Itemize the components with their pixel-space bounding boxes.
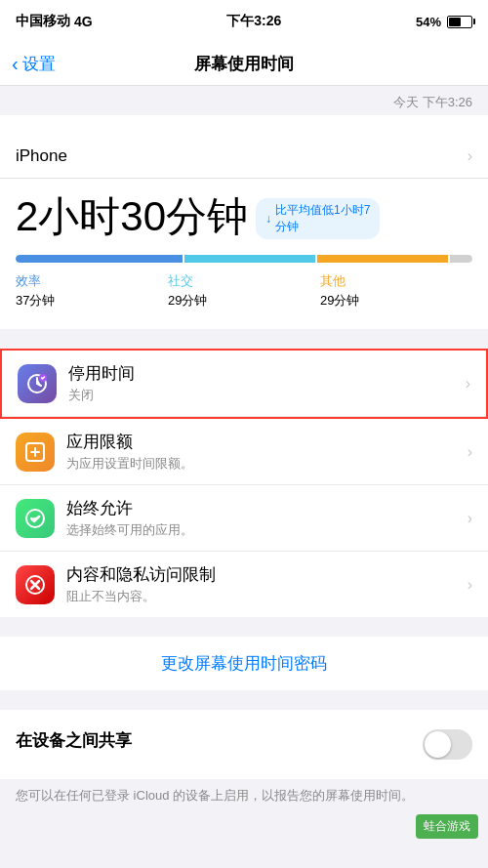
navigation-bar: ‹ 设置 屏幕使用时间 [0, 43, 488, 86]
content-chevron-icon: › [468, 576, 472, 594]
list-item-content[interactable]: 内容和隐私访问限制 阻止不当内容。 › [0, 552, 488, 617]
back-button[interactable]: ‹ 设置 [12, 53, 56, 75]
content-text: 内容和隐私访问限制 阻止不当内容。 [66, 563, 460, 605]
stats-section: 2小时30分钟 ↓ 比平均值低1小时7分钟 效率 37分钟 社交 29分钟 [0, 179, 488, 329]
category-efficiency-label: 效率 [16, 272, 168, 290]
iphone-chevron-icon: › [468, 147, 472, 165]
share-title: 在设备之间共享 [16, 729, 132, 752]
applimit-chevron-icon: › [468, 443, 472, 461]
battery-percent: 54% [416, 15, 441, 29]
downtime-subtitle: 关闭 [68, 387, 458, 404]
status-right: 54% [416, 15, 472, 29]
share-section-container: 在设备之间共享 您可以在任何已登录 iCloud 的设备上启用，以报告您的屏幕使… [0, 710, 488, 812]
category-social-label: 社交 [168, 272, 320, 290]
comparison-icon: ↓ [265, 212, 271, 226]
stats-breakdown: 效率 37分钟 社交 29分钟 其他 29分钟 [16, 272, 472, 310]
downtime-icon [18, 364, 57, 403]
downtime-chevron-icon: › [466, 375, 470, 393]
applimit-title: 应用限额 [66, 431, 460, 453]
content-title: 内容和隐私访问限制 [66, 563, 460, 586]
stat-other: 其他 29分钟 [320, 272, 472, 310]
stats-date-label: 今天 下午3:26 [393, 94, 472, 111]
category-other-time: 29分钟 [320, 292, 472, 310]
battery-fill [449, 18, 461, 26]
social-bar [184, 255, 315, 263]
back-label: 设置 [22, 53, 56, 75]
share-toggle[interactable] [423, 729, 472, 760]
applimit-text: 应用限额 为应用设置时间限额。 [66, 431, 460, 473]
stat-efficiency: 效率 37分钟 [16, 272, 168, 310]
always-title: 始终允许 [66, 497, 460, 519]
downtime-text: 停用时间 关闭 [68, 362, 458, 404]
other-bar [317, 255, 448, 263]
watermark-text: 蛙合游戏 [424, 819, 470, 833]
list-item-always[interactable]: 始终允许 选择始终可用的应用。 › [0, 485, 488, 552]
carrier-label: 中国移动 [16, 13, 70, 30]
stat-social: 社交 29分钟 [168, 272, 320, 310]
comparison-badge: ↓ 比平均值低1小时7分钟 [256, 198, 380, 239]
content-subtitle: 阻止不当内容。 [66, 588, 460, 605]
status-time: 下午3:26 [226, 13, 281, 30]
page-title: 屏幕使用时间 [194, 53, 294, 75]
category-efficiency-time: 37分钟 [16, 292, 168, 310]
change-password-link[interactable]: 更改屏幕使用时间密码 [16, 652, 472, 675]
content-icon [16, 565, 55, 604]
share-desc-text: 您可以在任何已登录 iCloud 的设备上启用，以报告您的屏幕使用时间。 [16, 788, 414, 803]
applimit-subtitle: 为应用设置时间限额。 [66, 455, 460, 473]
efficiency-bar [16, 255, 183, 263]
list-item-applimit[interactable]: 应用限额 为应用设置时间限额。 › [0, 419, 488, 485]
rest-bar [450, 255, 472, 263]
always-chevron-icon: › [468, 510, 472, 527]
share-toggle-row: 在设备之间共享 [16, 725, 472, 764]
iphone-row[interactable]: iPhone › [0, 135, 488, 179]
main-content: 今天 下午3:26 iPhone › 2小时30分钟 ↓ 比平均值低1小时7分钟… [0, 86, 488, 868]
iphone-section: 今天 下午3:26 iPhone › [0, 86, 488, 179]
watermark: 蛙合游戏 [416, 814, 478, 839]
time-row: 2小时30分钟 ↓ 比平均值低1小时7分钟 [16, 194, 472, 243]
downtime-title: 停用时间 [68, 362, 458, 385]
settings-list: 停用时间 关闭 › 应用限额 为应用设置时间限额。 › [0, 349, 488, 617]
always-icon [16, 499, 55, 538]
share-description: 您可以在任何已登录 iCloud 的设备上启用，以报告您的屏幕使用时间。 [0, 779, 488, 812]
network-label: 4G [74, 14, 93, 29]
highlighted-border: 停用时间 关闭 › [0, 349, 488, 419]
battery-icon [447, 16, 472, 28]
always-subtitle: 选择始终可用的应用。 [66, 521, 460, 539]
status-bar: 中国移动 4G 下午3:26 54% [0, 0, 488, 43]
category-social-time: 29分钟 [168, 292, 320, 310]
comparison-text: 比平均值低1小时7分钟 [275, 202, 370, 235]
list-item-downtime[interactable]: 停用时间 关闭 › [2, 351, 486, 417]
always-text: 始终允许 选择始终可用的应用。 [66, 497, 460, 539]
category-other-label: 其他 [320, 272, 472, 290]
applimit-icon [16, 433, 55, 472]
usage-progress-bar [16, 255, 472, 263]
total-time: 2小时30分钟 [16, 194, 248, 239]
iphone-label: iPhone [16, 146, 67, 166]
status-left: 中国移动 4G [16, 13, 93, 30]
change-password-section: 更改屏幕使用时间密码 [0, 637, 488, 690]
back-arrow-icon: ‹ [12, 54, 19, 73]
toggle-knob [425, 731, 451, 758]
share-section: 在设备之间共享 [0, 710, 488, 779]
